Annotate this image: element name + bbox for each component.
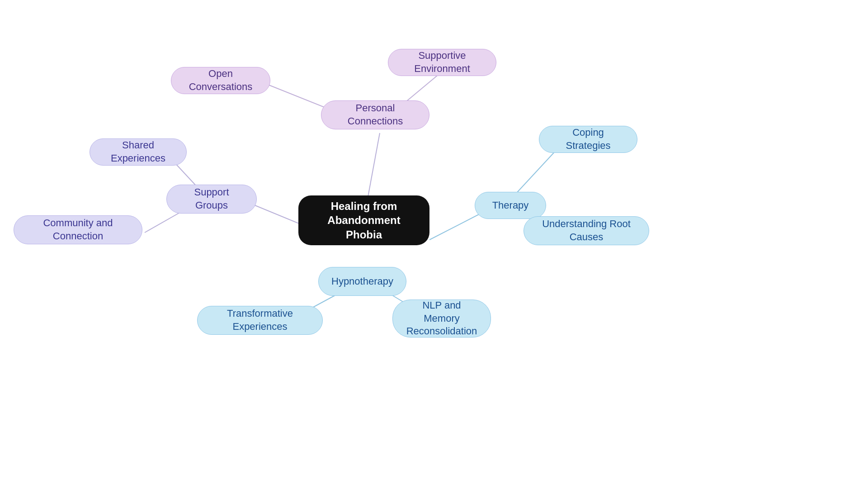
hypnotherapy-node: Hypnotherapy: [318, 267, 406, 296]
understanding-root-causes-node: Understanding Root Causes: [524, 216, 649, 245]
supportive-environment-node: Supportive Environment: [388, 49, 496, 76]
personal-connections-node: Personal Connections: [321, 100, 429, 129]
coping-strategies-node: Coping Strategies: [539, 126, 637, 153]
therapy-node: Therapy: [475, 192, 546, 219]
nlp-memory-node: NLP and Memory Reconsolidation: [392, 300, 491, 338]
community-connection-node: Community and Connection: [14, 215, 142, 244]
center-node: Healing from Abandonment Phobia: [298, 195, 429, 245]
support-groups-node: Support Groups: [166, 185, 257, 214]
shared-experiences-node: Shared Experiences: [90, 138, 187, 166]
transformative-experiences-node: Transformative Experiences: [197, 306, 323, 335]
open-conversations-node: Open Conversations: [171, 67, 270, 94]
